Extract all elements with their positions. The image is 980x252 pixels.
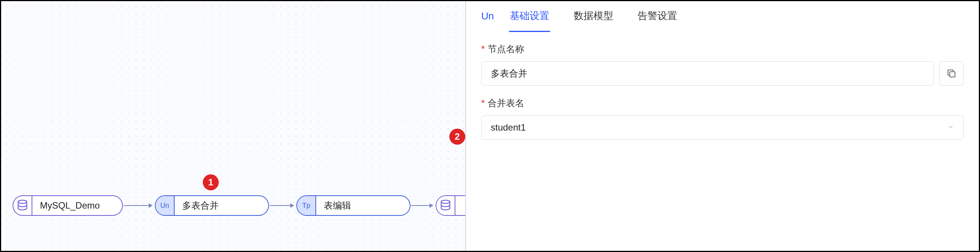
- database-icon: [436, 196, 455, 215]
- properties-panel: Un 基础设置 数据模型 告警设置 * 节点名称 * 合并表名 student: [465, 1, 979, 251]
- panel-type-tag: Un: [481, 10, 494, 22]
- svg-point-0: [18, 200, 27, 204]
- table-process-icon: Tp: [297, 196, 316, 215]
- node-source[interactable]: MySQL_Demo: [13, 195, 123, 216]
- field-node-name-label: * 节点名称: [481, 43, 964, 55]
- node-target[interactable]: [436, 195, 465, 216]
- field-merge-table-label: * 合并表名: [481, 97, 964, 109]
- tab-basic-settings[interactable]: 基础设置: [509, 1, 550, 32]
- node-merge[interactable]: Un 多表合并: [155, 195, 269, 216]
- database-icon: [13, 196, 32, 215]
- required-asterisk: *: [481, 44, 485, 54]
- chevron-down-icon: [947, 123, 954, 132]
- svg-point-1: [441, 200, 450, 204]
- copy-button[interactable]: [939, 61, 964, 86]
- tab-alert-settings[interactable]: 告警设置: [637, 1, 678, 32]
- step-badge-1: 1: [203, 174, 219, 190]
- step-badge-2: 2: [449, 129, 465, 145]
- properties-tabs: Un 基础设置 数据模型 告警设置: [481, 1, 964, 32]
- svg-rect-2: [950, 72, 955, 77]
- node-name-input[interactable]: [481, 61, 934, 86]
- node-source-label: MySQL_Demo: [32, 200, 110, 211]
- required-asterisk: *: [481, 98, 485, 108]
- flow-canvas[interactable]: MySQL_Demo Un 多表合并 1 Tp 表编辑 2: [1, 1, 465, 251]
- tab-data-model[interactable]: 数据模型: [573, 1, 614, 32]
- merge-table-select[interactable]: student1: [481, 115, 964, 140]
- edge-arrow: [270, 205, 293, 206]
- merge-table-value: student1: [491, 122, 526, 133]
- node-merge-label: 多表合并: [175, 199, 229, 212]
- node-table-edit-label: 表编辑: [316, 199, 362, 212]
- field-merge-table: * 合并表名 student1: [481, 97, 964, 140]
- edge-arrow: [411, 205, 433, 206]
- union-icon: Un: [156, 196, 175, 215]
- field-node-name: * 节点名称: [481, 43, 964, 86]
- copy-icon: [946, 68, 957, 79]
- node-table-edit[interactable]: Tp 表编辑: [296, 195, 410, 216]
- edge-arrow: [124, 205, 152, 206]
